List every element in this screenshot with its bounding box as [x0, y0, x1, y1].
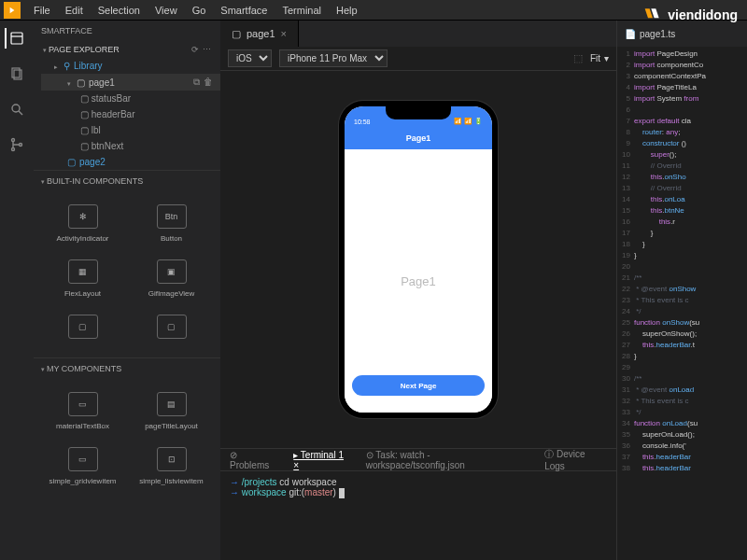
tab-page1[interactable]: ▢ page1 × — [220, 21, 299, 47]
component-simple_listviewitem[interactable]: ⊡simple_listviewitem — [130, 441, 213, 491]
brand-text: viendidong — [668, 7, 738, 22]
menu-view[interactable]: View — [148, 5, 185, 16]
run-button[interactable] — [4, 2, 21, 19]
preview-toolbar: iOS iPhone 11 Pro Max ⬚ Fit ▾ — [220, 47, 616, 71]
brand-watermark: viendidong — [643, 6, 738, 24]
component-item[interactable]: ▢ — [41, 309, 124, 350]
svg-point-6 — [20, 144, 22, 147]
activity-files-icon[interactable] — [7, 63, 27, 84]
panel-tab[interactable]: ⓘ Device Logs — [544, 448, 607, 471]
activity-git-icon[interactable] — [7, 134, 27, 155]
svg-point-4 — [12, 139, 15, 142]
activity-search-icon[interactable] — [7, 99, 27, 119]
sidebar-title: SMARTFACE — [34, 21, 220, 41]
component-simple_gridviewitem[interactable]: ▭simple_gridviewitem — [41, 441, 124, 491]
tree-item[interactable]: ▢ statusBar — [41, 91, 220, 106]
component-materialTextBox[interactable]: ▭materialTextBox — [41, 386, 124, 436]
next-page-button[interactable]: Next Page — [352, 375, 485, 396]
close-icon[interactable]: × — [281, 28, 287, 39]
menu-smartface[interactable]: Smartface — [213, 5, 275, 16]
builtin-header[interactable]: BUILT-IN COMPONENTS — [34, 171, 220, 191]
tree-page2[interactable]: ▢ page2 — [41, 154, 220, 170]
tree-library[interactable]: ⚲ Library — [41, 58, 220, 74]
component-Button[interactable]: BtnButton — [130, 199, 213, 248]
terminal[interactable]: → /projects cd workspace→ workspace git:… — [220, 471, 616, 560]
delete-icon[interactable]: 🗑 — [204, 77, 213, 88]
panel-tab[interactable]: ▸ Terminal 1 × — [293, 450, 350, 470]
os-select[interactable]: iOS — [228, 49, 272, 67]
panel-tab[interactable]: ⊘ Problems — [230, 450, 278, 470]
activity-explorer-icon[interactable] — [5, 28, 25, 49]
component-ActivityIndicator[interactable]: ✻ActivityIndicator — [41, 199, 124, 248]
menu-selection[interactable]: Selection — [91, 5, 148, 16]
bottom-panel: ⊘ Problems▸ Terminal 1 ×⊙ Task: watch - … — [220, 448, 616, 560]
page-explorer-header[interactable]: PAGE EXPLORER ⟳⋯ — [34, 41, 220, 58]
phone-notch — [386, 106, 451, 119]
editor-tab[interactable]: 📄 page1.ts — [617, 21, 747, 47]
refresh-icon[interactable]: ⟳ — [191, 45, 199, 54]
component-item[interactable]: ▢ — [130, 309, 213, 350]
sidebar: SMARTFACE PAGE EXPLORER ⟳⋯ ⚲ Library ▢ p… — [34, 21, 220, 560]
code-body[interactable]: 1import PageDesign2import componentCo3co… — [617, 47, 747, 476]
brand-logo-icon — [643, 6, 662, 24]
editor-tabs: ▢ page1 × — [220, 21, 616, 47]
mycomp-header[interactable]: MY COMPONENTS — [34, 358, 220, 379]
device-select[interactable]: iPhone 11 Pro Max — [279, 49, 388, 67]
phone-page-body: Page1 Next Page — [345, 149, 492, 413]
chevron-down-icon: ▾ — [604, 53, 609, 63]
menu-file[interactable]: File — [26, 5, 58, 16]
tree-item[interactable]: ▢ lbl — [41, 122, 220, 138]
component-pageTitleLayout[interactable]: ▤pageTitleLayout — [130, 386, 213, 436]
page-label: Page1 — [401, 274, 436, 288]
menu-edit[interactable]: Edit — [58, 5, 91, 16]
tree-page1[interactable]: ▢ page1⧉🗑 — [41, 74, 220, 91]
tree-item[interactable]: ▢ headerBar — [41, 106, 220, 122]
device-preview: 10:58📶 📶 🔋 Page1 Page1 Next Page — [220, 71, 616, 448]
phone-frame: 10:58📶 📶 🔋 Page1 Page1 Next Page — [339, 101, 498, 418]
menu-bar: FileEditSelectionViewGoSmartfaceTerminal… — [0, 0, 747, 21]
orientation-icon[interactable]: ⬚ — [573, 52, 583, 64]
component-FlexLayout[interactable]: ▦FlexLayout — [41, 254, 124, 303]
copy-icon[interactable]: ⧉ — [193, 77, 200, 88]
zoom-fit[interactable]: Fit ▾ — [590, 53, 609, 63]
code-editor: 📄 page1.ts 1import PageDesign2import com… — [616, 21, 747, 560]
component-GifImageView[interactable]: ▣GifImageView — [130, 254, 213, 303]
tree-item[interactable]: ▢ btnNext — [41, 138, 220, 154]
svg-rect-0 — [11, 33, 22, 44]
panel-tab[interactable]: ⊙ Task: watch - workspace/tsconfig.json — [366, 450, 529, 470]
activity-bar — [0, 21, 34, 560]
menu-terminal[interactable]: Terminal — [275, 5, 329, 16]
svg-point-5 — [12, 148, 15, 151]
menu-help[interactable]: Help — [329, 5, 365, 16]
menu-go[interactable]: Go — [185, 5, 214, 16]
svg-point-3 — [12, 105, 20, 112]
phone-navbar: Page1 — [345, 127, 492, 149]
more-icon[interactable]: ⋯ — [203, 45, 211, 54]
